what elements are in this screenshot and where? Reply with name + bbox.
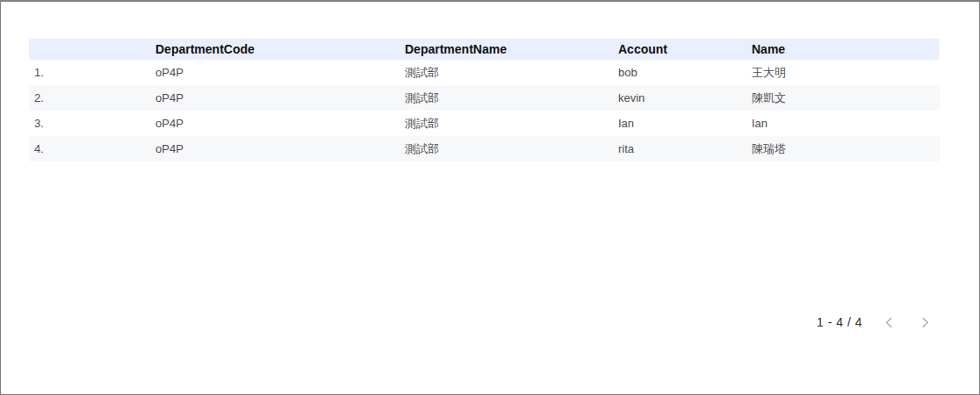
cell-department-code: oP4P <box>150 136 400 162</box>
cell-name: 陳瑞塔 <box>746 136 940 162</box>
cell-department-name: 測試部 <box>400 136 613 162</box>
chevron-left-icon <box>882 315 897 330</box>
cell-index: 3. <box>29 111 150 136</box>
table-row: 1. oP4P 測試部 bob 王大明 <box>29 60 940 85</box>
table-row: 2. oP4P 測試部 kevin 陳凱文 <box>29 85 940 111</box>
cell-department-name: 測試部 <box>400 85 613 111</box>
cell-name: 陳凱文 <box>746 85 940 111</box>
cell-name: 王大明 <box>746 60 940 85</box>
pagination-prev-button[interactable] <box>878 312 899 333</box>
members-table: DepartmentCode DepartmentName Account Na… <box>29 39 940 162</box>
pagination: 1 - 4 / 4 <box>817 310 935 334</box>
pagination-next-button[interactable] <box>914 312 935 333</box>
col-header-name: Name <box>746 39 940 60</box>
window: DepartmentCode DepartmentName Account Na… <box>0 0 980 395</box>
col-header-department-name: DepartmentName <box>400 39 613 60</box>
col-header-account: Account <box>613 39 746 60</box>
cell-account: Ian <box>613 111 746 136</box>
cell-index: 2. <box>29 85 150 111</box>
cell-department-code: oP4P <box>150 111 400 136</box>
chevron-right-icon <box>918 315 933 330</box>
cell-account: kevin <box>613 85 746 111</box>
pagination-range-label: 1 - 4 / 4 <box>817 315 862 329</box>
cell-department-name: 測試部 <box>400 60 613 85</box>
col-header-department-code: DepartmentCode <box>150 39 400 60</box>
cell-name: Ian <box>746 111 940 136</box>
table-header-row: DepartmentCode DepartmentName Account Na… <box>29 39 940 60</box>
cell-account: rita <box>613 136 746 162</box>
cell-index: 4. <box>29 136 150 162</box>
cell-department-code: oP4P <box>150 85 400 111</box>
col-header-index <box>29 39 150 60</box>
table-row: 4. oP4P 測試部 rita 陳瑞塔 <box>29 136 940 162</box>
cell-index: 1. <box>29 60 150 85</box>
cell-account: bob <box>613 60 746 85</box>
table-row: 3. oP4P 測試部 Ian Ian <box>29 111 940 136</box>
cell-department-code: oP4P <box>150 60 400 85</box>
cell-department-name: 測試部 <box>400 111 613 136</box>
